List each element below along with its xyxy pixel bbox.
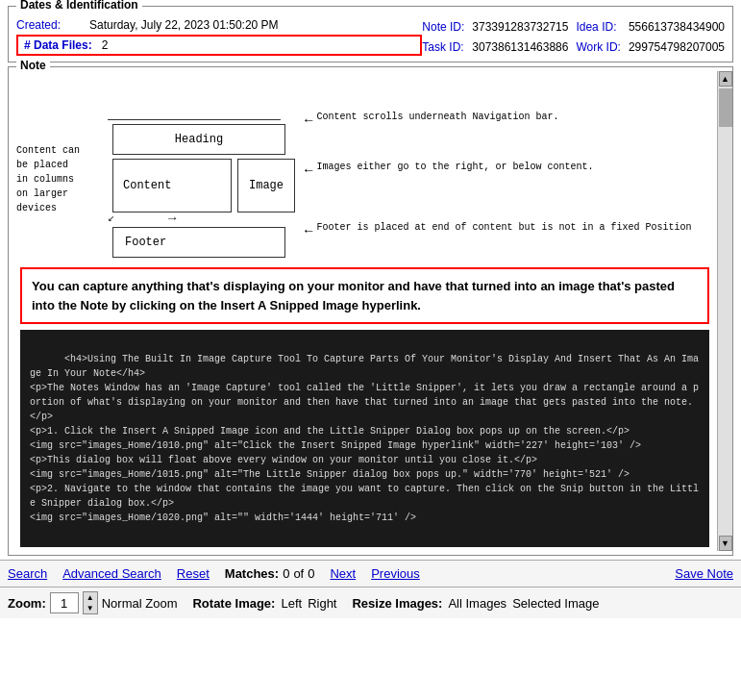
- save-note-button[interactable]: Save Note: [675, 566, 733, 581]
- of-label: of: [293, 566, 304, 581]
- note-id-label: Note ID:: [422, 20, 464, 34]
- selected-image-link[interactable]: Selected Image: [512, 596, 599, 611]
- matches-label: Matches:: [225, 566, 279, 581]
- image-box: Image: [237, 159, 295, 212]
- rotate-right-link[interactable]: Right: [308, 596, 336, 611]
- data-files-value: 2: [102, 38, 109, 52]
- previous-button[interactable]: Previous: [371, 566, 420, 581]
- footer-box: Footer: [112, 227, 285, 258]
- work-id-label: Work ID:: [576, 40, 620, 54]
- heading-box: Heading: [112, 124, 285, 155]
- sketch-right-note-2: Images either go to the right, or below …: [316, 160, 593, 175]
- zoom-stepper[interactable]: ▲ ▼: [83, 591, 98, 614]
- data-files-box: # Data Files: 2: [16, 35, 422, 56]
- normal-zoom-label[interactable]: Normal Zoom: [102, 596, 178, 611]
- scrollbar-thumb[interactable]: [719, 88, 732, 127]
- content-box: Content: [112, 159, 232, 212]
- matches-value: 0: [283, 566, 289, 581]
- task-id-value: 307386131463886: [472, 40, 568, 54]
- ids-right-section: Note ID: 373391283732715 Idea ID: 556613…: [422, 18, 725, 56]
- rotate-image-label: Rotate Image:: [192, 596, 275, 611]
- paragraph-text: You can capture anything that's displayi…: [32, 279, 675, 312]
- idea-id-value: 556613738434900: [629, 20, 725, 34]
- scrollbar-up-arrow[interactable]: ▲: [719, 71, 732, 87]
- code-text: <h4>Using The Built In Image Capture Too…: [30, 354, 699, 523]
- zoom-bar: Zoom: ▲ ▼ Normal Zoom Rotate Image: Left…: [0, 587, 741, 618]
- note-scrollbar[interactable]: ▲ ▼: [717, 71, 732, 551]
- resize-group: Resize Images: All Images Selected Image: [352, 596, 599, 611]
- note-id-value: 373391283732715: [472, 20, 568, 34]
- note-section-title: Note: [16, 59, 50, 72]
- all-images-link[interactable]: All Images: [448, 596, 506, 611]
- red-border-paragraph: You can capture anything that's displayi…: [20, 267, 709, 324]
- matches-group: Matches: 0 of 0: [225, 566, 315, 581]
- next-button[interactable]: Next: [330, 566, 356, 581]
- task-id-label: Task ID:: [422, 40, 464, 54]
- reset-link[interactable]: Reset: [177, 566, 210, 581]
- rotate-group: Rotate Image: Left Right: [192, 596, 336, 611]
- rotate-left-link[interactable]: Left: [281, 596, 302, 611]
- zoom-down-button[interactable]: ▼: [84, 603, 97, 613]
- sketch-left-label: Content can be placed in columns on larg…: [16, 107, 80, 213]
- advanced-search-link[interactable]: Advanced Search: [62, 566, 161, 581]
- created-value: Saturday, July 22, 2023 01:50:20 PM: [89, 18, 279, 32]
- created-row: Created: Saturday, July 22, 2023 01:50:2…: [16, 18, 422, 32]
- resize-images-label: Resize Images:: [352, 596, 442, 611]
- zoom-label: Zoom:: [8, 596, 46, 611]
- zoom-up-button[interactable]: ▲: [84, 592, 97, 603]
- sketch-right-note-1: Content scrolls underneath Navigation ba…: [316, 110, 558, 125]
- dates-identification-section: Dates & Identification Created: Saturday…: [8, 6, 733, 62]
- work-id-value: 299754798207005: [629, 40, 725, 54]
- note-section: Note Content can be placed in columns on…: [8, 66, 733, 556]
- scrollbar-down-arrow[interactable]: ▼: [719, 536, 732, 551]
- zoom-input[interactable]: [50, 592, 79, 613]
- created-label: Created:: [16, 18, 84, 32]
- note-content-area[interactable]: Content can be placed in columns on larg…: [12, 71, 717, 551]
- sketch-right-note-3: Footer is placed at end of content but i…: [316, 220, 691, 236]
- code-block: <h4>Using The Built In Image Capture Too…: [20, 330, 709, 547]
- data-files-label: # Data Files:: [24, 38, 92, 52]
- dates-section-title: Dates & Identification: [16, 0, 142, 12]
- zoom-group: Zoom: ▲ ▼ Normal Zoom: [8, 591, 177, 614]
- sketch-diagram-area: Content can be placed in columns on larg…: [16, 100, 713, 258]
- of-value: 0: [308, 566, 314, 581]
- idea-id-label: Idea ID:: [576, 20, 620, 34]
- search-link[interactable]: Search: [8, 566, 47, 581]
- bottom-search-bar: Search Advanced Search Reset Matches: 0 …: [0, 560, 741, 587]
